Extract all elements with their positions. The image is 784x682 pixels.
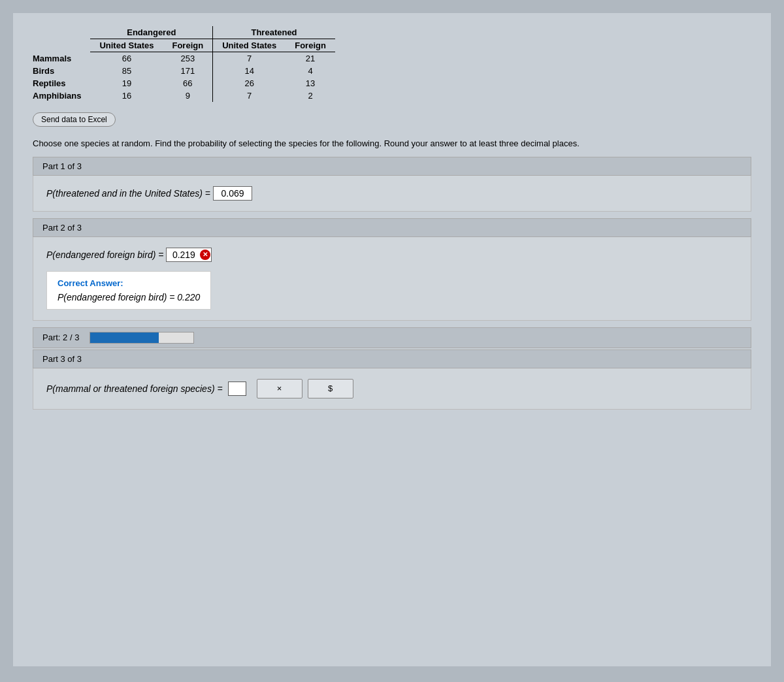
part3-x-button[interactable]: × — [257, 379, 302, 398]
correct-answer-section: Correct Answer: P(endangered foreign bir… — [46, 271, 211, 310]
part1-equation-line: P(threatened and in the United States) =… — [46, 186, 738, 201]
correct-answer-label: Correct Answer: — [57, 278, 200, 288]
empty-corner — [33, 26, 90, 39]
part2-equation-text: P(endangered foreign bird) = — [46, 250, 163, 260]
part3-equation-line: P(mammal or threatened foreign species) … — [46, 379, 738, 398]
thr-us-cell: 14 — [213, 65, 286, 77]
species-cell: Reptiles — [33, 77, 90, 89]
progress-bar-fill — [90, 333, 158, 343]
main-content: Endangered Threatened United States Fore… — [13, 13, 771, 666]
end-us-cell: 19 — [90, 77, 163, 89]
threatened-header: Threatened — [213, 26, 335, 39]
thr-foreign-cell: 21 — [286, 52, 335, 65]
part3-dollar-button[interactable]: $ — [308, 379, 353, 398]
thr-us-header: United States — [213, 39, 286, 52]
part2-input-wrapper: ✕ — [166, 248, 212, 262]
table-section: Endangered Threatened United States Fore… — [33, 26, 751, 127]
part-progress-section: Part: 2 / 3 — [33, 327, 751, 348]
thr-foreign-cell: 13 — [286, 77, 335, 89]
species-col-empty — [33, 39, 90, 52]
part2-equation-line: P(endangered foreign bird) = ✕ — [46, 248, 738, 262]
end-us-header: United States — [90, 39, 163, 52]
species-cell: Amphibians — [33, 89, 90, 102]
part3-equation-text: P(mammal or threatened foreign species) … — [46, 383, 223, 394]
thr-foreign-header: Foreign — [286, 39, 335, 52]
part2-body: P(endangered foreign bird) = ✕ Correct A… — [33, 237, 751, 321]
send-excel-button[interactable]: Send data to Excel — [33, 112, 116, 127]
end-foreign-cell: 253 — [163, 52, 212, 65]
part1-body: P(threatened and in the United States) =… — [33, 176, 751, 212]
species-cell: Birds — [33, 65, 90, 77]
thr-foreign-cell: 2 — [286, 89, 335, 102]
part2-header: Part 2 of 3 — [33, 218, 751, 237]
end-foreign-cell: 66 — [163, 77, 212, 89]
part3-action-btns: × $ — [257, 379, 353, 398]
thr-us-cell: 7 — [213, 89, 286, 102]
end-us-cell: 66 — [90, 52, 163, 65]
end-foreign-header: Foreign — [163, 39, 212, 52]
species-cell: Mammals — [33, 52, 90, 65]
part1-section: Part 1 of 3 P(threatened and in the Unit… — [33, 157, 751, 212]
part1-header: Part 1 of 3 — [33, 157, 751, 176]
endangered-header: Endangered — [90, 26, 212, 39]
end-us-cell: 85 — [90, 65, 163, 77]
part3-answer-input-box[interactable] — [228, 382, 246, 396]
thr-us-cell: 7 — [213, 52, 286, 65]
part3-header: Part 3 of 3 — [33, 349, 751, 368]
end-foreign-cell: 171 — [163, 65, 212, 77]
thr-foreign-cell: 4 — [286, 65, 335, 77]
table-row: Birds 85 171 14 4 — [33, 65, 335, 77]
part1-equation-text: P(threatened and in the United States) = — [46, 188, 210, 199]
dollar-icon: $ — [328, 383, 333, 393]
table-row: Amphibians 16 9 7 2 — [33, 89, 335, 102]
table-row: Mammals 66 253 7 21 — [33, 52, 335, 65]
end-us-cell: 16 — [90, 89, 163, 102]
progress-bar-container — [90, 332, 194, 344]
part3-body: P(mammal or threatened foreign species) … — [33, 368, 751, 410]
thr-us-cell: 26 — [213, 77, 286, 89]
table-row: Reptiles 19 66 26 13 — [33, 77, 335, 89]
instructions-text: Choose one species at random. Find the p… — [33, 137, 751, 150]
correct-answer-equation: P(endangered foreign bird) = 0.220 — [57, 292, 200, 302]
part1-answer-box: 0.069 — [213, 186, 252, 201]
part-progress-label: Part: 2 / 3 — [42, 333, 79, 342]
end-foreign-cell: 9 — [163, 89, 212, 102]
part2-section: Part 2 of 3 P(endangered foreign bird) =… — [33, 218, 751, 321]
data-table: Endangered Threatened United States Fore… — [33, 26, 335, 102]
correct-answer-text: P(endangered foreign bird) = 0.220 — [57, 292, 200, 302]
x-icon: × — [277, 383, 282, 393]
part3-section: Part 3 of 3 P(mammal or threatened forei… — [33, 349, 751, 410]
part2-clear-button[interactable]: ✕ — [200, 250, 210, 260]
